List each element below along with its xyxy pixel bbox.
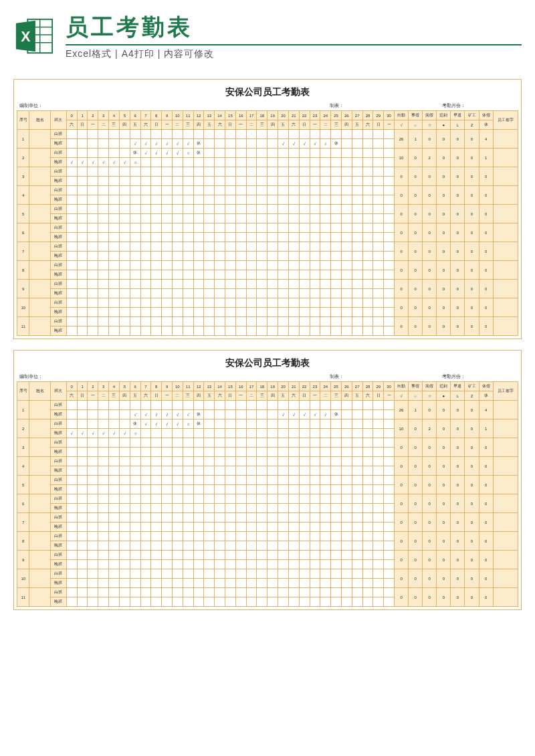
mark-cell bbox=[373, 419, 384, 429]
day-num: 7 bbox=[140, 111, 151, 120]
mark-cell bbox=[278, 401, 289, 410]
mark-cell bbox=[278, 280, 289, 289]
stat-cell: 0 bbox=[437, 167, 451, 186]
shift-day: 白班 bbox=[51, 588, 67, 597]
mark-cell bbox=[362, 177, 373, 186]
mark-cell bbox=[384, 513, 395, 523]
shift-day: 白班 bbox=[51, 280, 67, 289]
mark-cell bbox=[299, 588, 310, 597]
weekday: 一 bbox=[235, 120, 246, 130]
mark-cell bbox=[384, 588, 395, 597]
stat-cell: 0 bbox=[437, 569, 451, 588]
mark-cell: ☆ bbox=[130, 429, 140, 438]
mark-cell bbox=[225, 317, 236, 326]
name-cell bbox=[29, 167, 51, 186]
mark-cell bbox=[225, 242, 236, 252]
mark-cell bbox=[373, 270, 384, 280]
mark-cell bbox=[66, 214, 77, 223]
stat-cell: 0 bbox=[423, 205, 437, 223]
mark-cell bbox=[183, 551, 193, 560]
mark-cell bbox=[235, 167, 246, 177]
mark-cell bbox=[162, 485, 173, 494]
stat-cell: 0 bbox=[437, 130, 451, 149]
stat-cell: 0 bbox=[451, 317, 465, 336]
mark-cell bbox=[130, 466, 140, 476]
mark-cell bbox=[384, 130, 395, 139]
mark-cell bbox=[193, 579, 204, 588]
weekday: 一 bbox=[384, 120, 395, 130]
mark-cell bbox=[288, 177, 299, 186]
mark-cell bbox=[151, 579, 162, 588]
mark-cell bbox=[215, 186, 225, 195]
mark-cell bbox=[352, 569, 362, 579]
mark-cell bbox=[288, 252, 299, 261]
stat-cell: 0 bbox=[437, 317, 451, 336]
mark-cell bbox=[225, 130, 236, 139]
day-num: 0 bbox=[66, 111, 77, 120]
shift-day: 白班 bbox=[51, 317, 67, 326]
mark-cell bbox=[310, 494, 320, 504]
stat-cell: 0 bbox=[423, 569, 437, 588]
stat-cell: 0 bbox=[409, 242, 423, 261]
mark-cell bbox=[373, 597, 384, 607]
mark-cell bbox=[320, 195, 331, 205]
mark-cell bbox=[352, 494, 362, 504]
mark-cell bbox=[257, 186, 268, 195]
mark-cell bbox=[341, 242, 352, 252]
mark-cell bbox=[66, 448, 77, 457]
stat-cell: 26 bbox=[395, 130, 409, 149]
mark-cell: √ bbox=[288, 410, 299, 419]
mark-cell bbox=[246, 410, 257, 419]
mark-cell bbox=[257, 513, 268, 523]
mark-cell bbox=[193, 326, 204, 336]
mark-cell bbox=[373, 466, 384, 476]
mark-cell bbox=[109, 214, 120, 223]
mark-cell bbox=[215, 158, 225, 167]
mark-cell bbox=[331, 205, 342, 214]
mark-cell bbox=[119, 401, 130, 410]
mark-cell bbox=[268, 205, 278, 214]
mark-cell bbox=[257, 270, 268, 280]
mark-cell bbox=[384, 308, 395, 317]
mark-cell bbox=[193, 233, 204, 242]
mark-cell: √ bbox=[140, 410, 151, 419]
mark-cell bbox=[77, 551, 88, 560]
weekday: 四 bbox=[119, 391, 130, 401]
mark-cell bbox=[310, 485, 320, 494]
mark-cell bbox=[320, 280, 331, 289]
mark-cell bbox=[162, 186, 173, 195]
day-num: 5 bbox=[119, 382, 130, 391]
mark-cell bbox=[66, 485, 77, 494]
mark-cell bbox=[246, 289, 257, 298]
mark-cell: √ bbox=[162, 410, 173, 419]
mark-cell bbox=[331, 158, 342, 167]
mark-cell bbox=[299, 242, 310, 252]
mark-cell bbox=[193, 308, 204, 317]
mark-cell bbox=[268, 438, 278, 448]
mark-cell bbox=[352, 242, 362, 252]
mark-cell bbox=[88, 214, 98, 223]
mark-cell bbox=[172, 466, 183, 476]
mark-cell bbox=[225, 494, 236, 504]
mark-cell bbox=[109, 466, 120, 476]
mark-cell bbox=[66, 186, 77, 195]
mark-cell bbox=[246, 597, 257, 607]
mark-cell bbox=[299, 560, 310, 569]
stat-head: 出勤 bbox=[395, 382, 409, 391]
mark-cell bbox=[373, 223, 384, 233]
mark-cell bbox=[362, 579, 373, 588]
mark-cell bbox=[288, 186, 299, 195]
mark-cell bbox=[310, 326, 320, 336]
mark-cell bbox=[278, 523, 289, 532]
weekday: 三 bbox=[183, 120, 193, 130]
mark-cell bbox=[320, 298, 331, 308]
mark-cell bbox=[288, 438, 299, 448]
weekday: 日 bbox=[299, 120, 310, 130]
mark-cell bbox=[151, 504, 162, 513]
mark-cell bbox=[310, 223, 320, 233]
mark-cell bbox=[130, 195, 140, 205]
mark-cell bbox=[88, 513, 98, 523]
mark-cell bbox=[331, 261, 342, 270]
mark-cell bbox=[352, 270, 362, 280]
mark-cell bbox=[172, 448, 183, 457]
